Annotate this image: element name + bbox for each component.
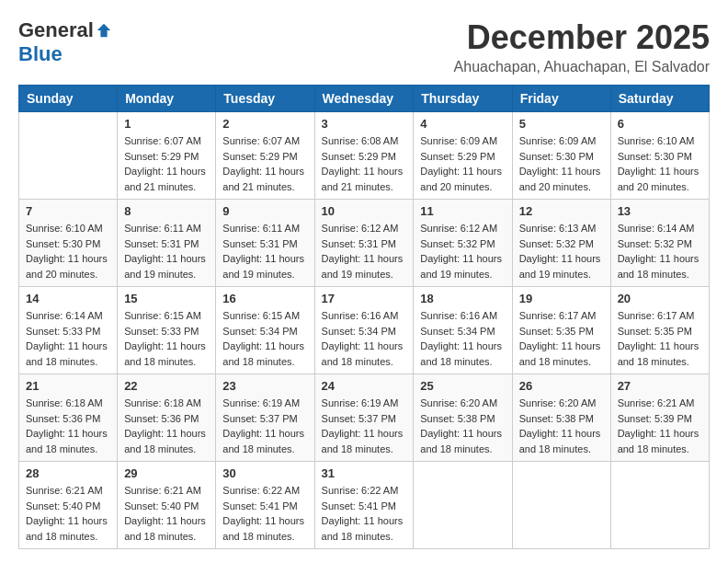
calendar-week-4: 21Sunrise: 6:18 AMSunset: 5:36 PMDayligh…: [19, 374, 710, 462]
calendar-header-tuesday: Tuesday: [216, 86, 314, 112]
day-info: Sunrise: 6:11 AMSunset: 5:31 PMDaylight:…: [222, 221, 307, 282]
day-info: Sunrise: 6:12 AMSunset: 5:31 PMDaylight:…: [322, 221, 407, 282]
day-info: Sunrise: 6:14 AMSunset: 5:32 PMDaylight:…: [618, 221, 702, 282]
calendar-cell: 2Sunrise: 6:07 AMSunset: 5:29 PMDaylight…: [216, 112, 314, 200]
day-number: 14: [26, 292, 110, 305]
calendar-header-wednesday: Wednesday: [314, 86, 414, 112]
day-info: Sunrise: 6:22 AMSunset: 5:41 PMDaylight:…: [322, 483, 407, 544]
calendar-cell: 7Sunrise: 6:10 AMSunset: 5:30 PMDaylight…: [19, 200, 118, 287]
day-number: 21: [26, 379, 110, 393]
logo: General Blue: [18, 18, 112, 66]
calendar-cell: 4Sunrise: 6:09 AMSunset: 5:29 PMDaylight…: [414, 112, 512, 200]
day-info: Sunrise: 6:21 AMSunset: 5:40 PMDaylight:…: [26, 483, 110, 544]
calendar-header-monday: Monday: [118, 86, 216, 112]
calendar-cell: 8Sunrise: 6:11 AMSunset: 5:31 PMDaylight…: [118, 200, 216, 287]
day-number: 16: [222, 292, 307, 305]
calendar-cell: 22Sunrise: 6:18 AMSunset: 5:36 PMDayligh…: [118, 374, 216, 462]
day-info: Sunrise: 6:17 AMSunset: 5:35 PMDaylight:…: [618, 308, 702, 369]
day-info: Sunrise: 6:17 AMSunset: 5:35 PMDaylight:…: [519, 308, 604, 369]
calendar-cell: 10Sunrise: 6:12 AMSunset: 5:31 PMDayligh…: [314, 200, 414, 287]
day-info: Sunrise: 6:19 AMSunset: 5:37 PMDaylight:…: [322, 396, 407, 456]
day-number: 29: [124, 466, 209, 480]
calendar-cell: [414, 462, 512, 549]
calendar-cell: 16Sunrise: 6:15 AMSunset: 5:34 PMDayligh…: [216, 287, 314, 374]
day-number: 3: [322, 117, 407, 131]
day-info: Sunrise: 6:09 AMSunset: 5:29 PMDaylight:…: [420, 133, 505, 194]
calendar-cell: 31Sunrise: 6:22 AMSunset: 5:41 PMDayligh…: [314, 462, 414, 549]
day-number: 13: [618, 204, 702, 218]
calendar-cell: 5Sunrise: 6:09 AMSunset: 5:30 PMDaylight…: [512, 112, 610, 200]
page-header: General Blue December 2025 Ahuachapan, A…: [18, 18, 710, 75]
calendar-header-friday: Friday: [512, 86, 610, 112]
day-info: Sunrise: 6:21 AMSunset: 5:40 PMDaylight:…: [124, 483, 209, 544]
calendar-cell: 11Sunrise: 6:12 AMSunset: 5:32 PMDayligh…: [414, 200, 512, 287]
day-number: 20: [618, 292, 702, 305]
day-number: 12: [519, 204, 604, 218]
day-number: 31: [322, 466, 407, 480]
day-info: Sunrise: 6:13 AMSunset: 5:32 PMDaylight:…: [519, 221, 604, 282]
calendar-cell: 3Sunrise: 6:08 AMSunset: 5:29 PMDaylight…: [314, 112, 414, 200]
calendar-cell: 24Sunrise: 6:19 AMSunset: 5:37 PMDayligh…: [314, 374, 414, 462]
calendar-cell: 21Sunrise: 6:18 AMSunset: 5:36 PMDayligh…: [19, 374, 118, 462]
day-number: 26: [519, 379, 604, 393]
calendar-header-row: SundayMondayTuesdayWednesdayThursdayFrid…: [19, 86, 710, 112]
calendar-cell: 9Sunrise: 6:11 AMSunset: 5:31 PMDaylight…: [216, 200, 314, 287]
day-info: Sunrise: 6:11 AMSunset: 5:31 PMDaylight:…: [124, 221, 209, 282]
day-info: Sunrise: 6:10 AMSunset: 5:30 PMDaylight:…: [26, 221, 110, 282]
svg-marker-0: [97, 24, 110, 37]
day-info: Sunrise: 6:14 AMSunset: 5:33 PMDaylight:…: [26, 308, 110, 369]
day-number: 11: [420, 204, 505, 218]
calendar-cell: 15Sunrise: 6:15 AMSunset: 5:33 PMDayligh…: [118, 287, 216, 374]
logo-icon: [96, 22, 112, 39]
day-info: Sunrise: 6:07 AMSunset: 5:29 PMDaylight:…: [222, 133, 307, 194]
day-number: 15: [124, 292, 209, 305]
calendar-cell: 1Sunrise: 6:07 AMSunset: 5:29 PMDaylight…: [118, 112, 216, 200]
calendar-cell: 28Sunrise: 6:21 AMSunset: 5:40 PMDayligh…: [19, 462, 118, 549]
day-number: 4: [420, 117, 505, 131]
calendar-cell: 27Sunrise: 6:21 AMSunset: 5:39 PMDayligh…: [610, 374, 709, 462]
day-number: 9: [222, 204, 307, 218]
month-title: December 2025: [454, 18, 710, 57]
calendar-table: SundayMondayTuesdayWednesdayThursdayFrid…: [18, 85, 710, 549]
calendar-cell: [19, 112, 118, 200]
day-info: Sunrise: 6:16 AMSunset: 5:34 PMDaylight:…: [322, 308, 407, 369]
calendar-cell: 26Sunrise: 6:20 AMSunset: 5:38 PMDayligh…: [512, 374, 610, 462]
title-section: December 2025 Ahuachapan, Ahuachapan, El…: [454, 18, 710, 75]
day-info: Sunrise: 6:09 AMSunset: 5:30 PMDaylight:…: [519, 133, 604, 194]
calendar-cell: 30Sunrise: 6:22 AMSunset: 5:41 PMDayligh…: [216, 462, 314, 549]
day-number: 28: [26, 466, 110, 480]
day-info: Sunrise: 6:08 AMSunset: 5:29 PMDaylight:…: [322, 133, 407, 194]
day-number: 27: [618, 379, 702, 393]
day-number: 1: [124, 117, 209, 131]
calendar-header-sunday: Sunday: [19, 86, 118, 112]
day-info: Sunrise: 6:19 AMSunset: 5:37 PMDaylight:…: [222, 396, 307, 456]
calendar-cell: 29Sunrise: 6:21 AMSunset: 5:40 PMDayligh…: [118, 462, 216, 549]
day-number: 10: [322, 204, 407, 218]
calendar-cell: 18Sunrise: 6:16 AMSunset: 5:34 PMDayligh…: [414, 287, 512, 374]
calendar-week-1: 1Sunrise: 6:07 AMSunset: 5:29 PMDaylight…: [19, 112, 710, 200]
day-number: 30: [222, 466, 307, 480]
day-info: Sunrise: 6:20 AMSunset: 5:38 PMDaylight:…: [420, 396, 505, 456]
calendar-cell: 14Sunrise: 6:14 AMSunset: 5:33 PMDayligh…: [19, 287, 118, 374]
day-info: Sunrise: 6:21 AMSunset: 5:39 PMDaylight:…: [618, 396, 702, 456]
calendar-cell: 13Sunrise: 6:14 AMSunset: 5:32 PMDayligh…: [610, 200, 709, 287]
day-number: 24: [322, 379, 407, 393]
day-info: Sunrise: 6:18 AMSunset: 5:36 PMDaylight:…: [26, 396, 110, 456]
calendar-cell: [512, 462, 610, 549]
day-number: 19: [519, 292, 604, 305]
day-number: 6: [618, 117, 702, 131]
day-info: Sunrise: 6:22 AMSunset: 5:41 PMDaylight:…: [222, 483, 307, 544]
day-info: Sunrise: 6:07 AMSunset: 5:29 PMDaylight:…: [124, 133, 209, 194]
logo-general: General: [18, 18, 94, 42]
day-info: Sunrise: 6:15 AMSunset: 5:34 PMDaylight:…: [222, 308, 307, 369]
calendar-cell: 23Sunrise: 6:19 AMSunset: 5:37 PMDayligh…: [216, 374, 314, 462]
day-number: 18: [420, 292, 505, 305]
day-number: 23: [222, 379, 307, 393]
calendar-cell: 17Sunrise: 6:16 AMSunset: 5:34 PMDayligh…: [314, 287, 414, 374]
logo-blue: Blue: [18, 42, 63, 66]
calendar-week-5: 28Sunrise: 6:21 AMSunset: 5:40 PMDayligh…: [19, 462, 710, 549]
calendar-cell: 12Sunrise: 6:13 AMSunset: 5:32 PMDayligh…: [512, 200, 610, 287]
calendar-header-saturday: Saturday: [610, 86, 709, 112]
calendar-week-3: 14Sunrise: 6:14 AMSunset: 5:33 PMDayligh…: [19, 287, 710, 374]
day-info: Sunrise: 6:16 AMSunset: 5:34 PMDaylight:…: [420, 308, 505, 369]
